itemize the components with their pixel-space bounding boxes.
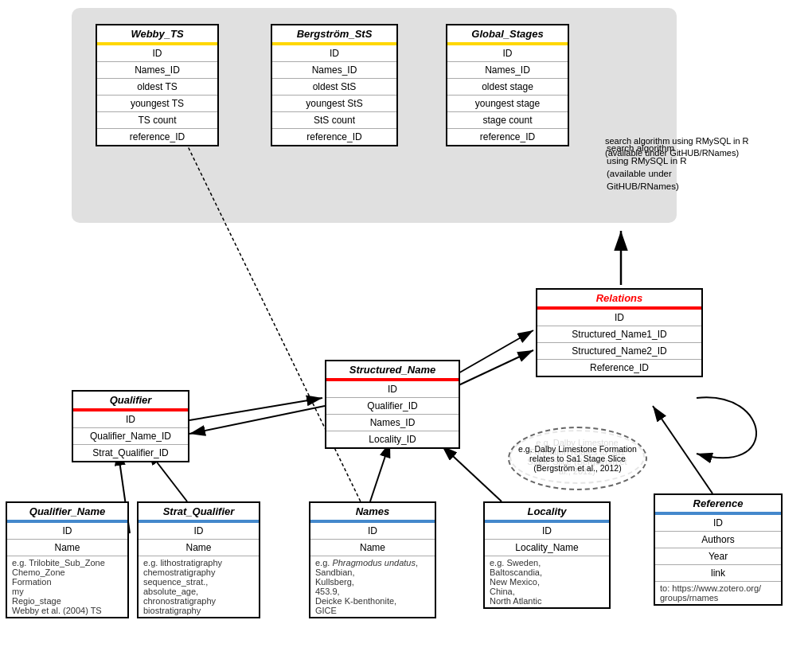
table-bergstrom-sts: Bergström_StS ID Names_ID oldest StS you… [271, 24, 398, 146]
global-stages-row-youngest: youngest stage [447, 96, 568, 112]
svg-line-11 [653, 406, 712, 493]
strat-qualifier-title: Strat_Qualifier [139, 503, 259, 523]
qualifier-name-row-name: Name [7, 540, 127, 556]
relations-row-sn2: Structured_Name2_ID [537, 343, 701, 360]
webby-ts-row-names-id: Names_ID [97, 62, 217, 79]
bergstrom-sts-title: Bergström_StS [272, 25, 396, 45]
names-title: Names [310, 503, 435, 523]
ellipse-annotation: e.g. Dalby Limestone Formationrelates to… [508, 427, 647, 490]
locality-note: e.g. Sweden,Baltoscandia,New Mexico,Chin… [485, 556, 609, 607]
relations-title: Relations [537, 290, 701, 310]
bergstrom-sts-row-ref: reference_ID [272, 129, 396, 145]
names-row-name: Name [310, 540, 435, 556]
svg-line-9 [370, 442, 390, 501]
strat-qualifier-note: e.g. lithostratigraphychemostratigraphys… [139, 556, 259, 617]
locality-row-id: ID [485, 523, 609, 540]
table-webby-ts: Webby_TS ID Names_ID oldest TS youngest … [96, 24, 219, 146]
qualifier-name-title: Qualifier_Name [7, 503, 127, 523]
structured-name-title: Structured_Name [326, 361, 459, 381]
qualifier-row-id: ID [73, 411, 188, 428]
bergstrom-sts-row-id: ID [272, 45, 396, 62]
names-row-id: ID [310, 523, 435, 540]
reference-title: Reference [655, 495, 781, 515]
strat-qualifier-row-id: ID [139, 523, 259, 540]
qualifier-name-note: e.g. Trilobite_Sub_ZoneChemo_ZoneFormati… [7, 556, 127, 617]
table-locality: Locality ID Locality_Name e.g. Sweden,Ba… [483, 501, 611, 609]
svg-line-6 [457, 350, 533, 386]
strat-qualifier-row-name: Name [139, 540, 259, 556]
bergstrom-sts-row-count: StS count [272, 112, 396, 129]
locality-row-name: Locality_Name [485, 540, 609, 556]
qualifier-row-qname: Qualifier_Name_ID [73, 428, 188, 445]
relations-row-ref: Reference_ID [537, 360, 701, 376]
relations-row-sn1: Structured_Name1_ID [537, 326, 701, 343]
locality-title: Locality [485, 503, 609, 523]
table-reference: Reference ID Authors Year link to: https… [654, 493, 783, 606]
table-qualifier: Qualifier ID Qualifier_Name_ID Strat_Qua… [72, 390, 189, 462]
global-stages-row-count: stage count [447, 112, 568, 129]
table-qualifier-name: Qualifier_Name ID Name e.g. Trilobite_Su… [6, 501, 129, 618]
structured-name-row-id: ID [326, 381, 459, 398]
table-names: Names ID Name e.g. Phragmodus undatus,Sa… [309, 501, 436, 618]
bergstrom-sts-row-youngest: youngest StS [272, 96, 396, 112]
bergstrom-sts-row-oldest: oldest StS [272, 79, 396, 96]
global-stages-row-ref: reference_ID [447, 129, 568, 145]
svg-line-12 [189, 406, 325, 434]
qualifier-name-row-id: ID [7, 523, 127, 540]
svg-line-4 [189, 398, 322, 420]
webby-ts-row-oldest: oldest TS [97, 79, 217, 96]
global-stages-row-id: ID [447, 45, 568, 62]
qualifier-row-strat: Strat_Qualifier_ID [73, 445, 188, 461]
ellipse-text: e.g. Dalby Limestone Formationrelates to… [512, 444, 643, 473]
structured-name-row-names: Names_ID [326, 415, 459, 431]
webby-ts-row-ref: reference_ID [97, 129, 217, 145]
global-stages-title: Global_Stages [447, 25, 568, 45]
reference-row-year: Year [655, 548, 781, 565]
global-stages-row-names: Names_ID [447, 62, 568, 79]
svg-line-10 [442, 446, 502, 501]
reference-note: to: https://www.zotero.org/groups/rnames [655, 582, 781, 604]
names-note: e.g. Phragmodus undatus,Sandbian,Kullsbe… [310, 556, 435, 617]
search-note-text: search algorithmusing RMySQL in R(availa… [607, 142, 762, 193]
table-global-stages: Global_Stages ID Names_ID oldest stage y… [446, 24, 569, 146]
structured-name-row-loc: Locality_ID [326, 431, 459, 447]
reference-row-link: link [655, 565, 781, 582]
table-structured-name: Structured_Name ID Qualifier_ID Names_ID… [325, 360, 460, 449]
relations-row-id: ID [537, 310, 701, 326]
global-stages-row-oldest: oldest stage [447, 79, 568, 96]
webby-ts-title: Webby_TS [97, 25, 217, 45]
webby-ts-row-id: ID [97, 45, 217, 62]
structured-name-row-qual: Qualifier_ID [326, 398, 459, 415]
table-strat-qualifier: Strat_Qualifier ID Name e.g. lithostrati… [137, 501, 260, 618]
qualifier-title: Qualifier [73, 392, 188, 411]
bergstrom-sts-row-names: Names_ID [272, 62, 396, 79]
svg-line-5 [457, 330, 533, 374]
webby-ts-row-youngest: youngest TS [97, 96, 217, 112]
table-relations: Relations ID Structured_Name1_ID Structu… [536, 288, 703, 377]
reference-row-authors: Authors [655, 532, 781, 548]
webby-ts-row-count: TS count [97, 112, 217, 129]
reference-row-id: ID [655, 515, 781, 532]
